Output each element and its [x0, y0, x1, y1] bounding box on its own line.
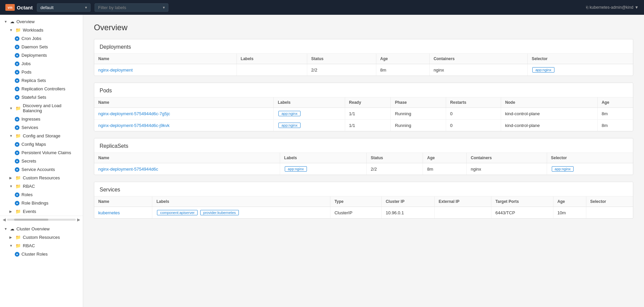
sidebar-item-discovery-label: Discovery and Load Balancing [23, 103, 79, 113]
svc-labels: component:apiserver provider:kubernetes [152, 207, 330, 219]
services-section-title: Services [94, 182, 633, 196]
pods-col-phase: Phase [391, 97, 446, 108]
scroll-right-arrow[interactable]: ▶ [77, 217, 80, 222]
rs-col-containers: Containers [467, 153, 547, 163]
svc-external-ip [434, 207, 491, 219]
filter-labels-wrapper[interactable]: Filter by labels ▼ [95, 3, 168, 12]
sidebar-item-persistent-volume-claims[interactable]: ● Persistent Volume Claims [0, 148, 83, 157]
namespace-selector-wrapper[interactable]: default kube-system kube-public ▼ [37, 3, 91, 12]
sidebar-item-workloads[interactable]: ▼ 📁 Workloads [0, 26, 83, 34]
deployments-col-status: Status [307, 54, 376, 64]
cluster-rbac-folder-icon: 📁 [15, 243, 21, 248]
jobs-icon: ● [15, 61, 19, 66]
sidebar-item-jobs-label: Jobs [21, 61, 31, 66]
sidebar-item-stateful-sets[interactable]: ● Stateful Sets [0, 93, 83, 101]
deployments-section-title: Deployments [94, 39, 633, 54]
sidebar-horizontal-scroll: ◀ ▶ [0, 216, 83, 223]
deployment-name-link[interactable]: nginx-deployment [98, 68, 133, 73]
pods-col-name: Name [94, 97, 274, 108]
svc-col-target-ports: Target Ports [491, 196, 553, 207]
sidebar-item-jobs[interactable]: ● Jobs [0, 59, 83, 68]
sidebar-item-deployments-label: Deployments [21, 53, 47, 58]
sidebar-item-daemon-sets-label: Daemon Sets [21, 44, 48, 49]
pods-col-labels: Labels [274, 97, 345, 108]
user-chevron-icon: ▼ [635, 5, 639, 10]
workloads-arrow: ▼ [9, 28, 13, 32]
pod-ready-2: 1/1 [345, 120, 391, 131]
services-table: Name Labels Type Cluster IP External IP … [94, 196, 633, 218]
sidebar-item-custom-resources[interactable]: ▶ 📁 Custom Resources [0, 174, 83, 182]
sidebar-item-cluster-custom-resources[interactable]: ▶ 📁 Custom Resources [0, 233, 83, 242]
sidebar-item-config-maps-label: Config Maps [21, 142, 46, 147]
app-brand: vm Octant [5, 4, 33, 11]
pod-node-2: kind-control-plane [501, 120, 597, 131]
scroll-left-arrow[interactable]: ◀ [3, 217, 6, 222]
sidebar-item-replication-controllers[interactable]: ● Replication Controllers [0, 85, 83, 93]
sidebar-item-rbac[interactable]: ▼ 📁 RBAC [0, 182, 83, 190]
cluster-rbac-arrow: ▼ [9, 244, 13, 248]
cron-jobs-icon: ● [15, 36, 19, 41]
namespace-select[interactable]: default kube-system kube-public [37, 3, 91, 12]
sidebar-item-roles[interactable]: ● Roles [0, 190, 83, 199]
services-section: Services Name Labels Type Cluster IP Ext… [94, 182, 633, 219]
pods-table: Name Labels Ready Phase Restarts Node Ag… [94, 97, 633, 131]
sidebar-item-cron-jobs[interactable]: ● Cron Jobs [0, 34, 83, 43]
svc-col-name: Name [94, 196, 152, 207]
sidebar-item-pods[interactable]: ● Pods [0, 68, 83, 76]
svc-name-link[interactable]: kubernetes [98, 210, 120, 215]
user-info: ⎗ kubernetes-admin@kind ▼ [586, 5, 639, 10]
rs-name-link[interactable]: nginx-deployment-5754944d6c [98, 167, 158, 172]
sidebar-item-cluster-custom-resources-label: Custom Resources [23, 235, 60, 240]
sidebar-item-config-storage[interactable]: ▼ 📁 Config and Storage [0, 132, 83, 140]
sidebar-item-cluster-rbac-label: RBAC [23, 243, 35, 248]
pods-section-title: Pods [94, 83, 633, 97]
pods-section: Pods Name Labels Ready Phase Restarts No… [94, 83, 633, 131]
sidebar-item-cluster-rbac[interactable]: ▼ 📁 RBAC [0, 242, 83, 250]
sidebar-item-config-storage-label: Config and Storage [23, 133, 60, 138]
scroll-track[interactable] [7, 219, 76, 221]
sidebar-item-config-maps[interactable]: ● Config Maps [0, 140, 83, 148]
main-content: Overview Deployments Name Labels Status … [83, 15, 644, 307]
sidebar-item-ingresses[interactable]: ● Ingresses [0, 115, 83, 123]
svc-col-age: Age [553, 196, 586, 207]
custom-resources-folder-icon: 📁 [15, 175, 21, 180]
sidebar-item-cluster-overview[interactable]: ▼ ☁ Cluster Overview [0, 225, 83, 233]
sidebar-item-discovery[interactable]: ▼ 📁 Discovery and Load Balancing [0, 101, 83, 115]
deployment-age: 8m [376, 64, 429, 76]
page-title: Overview [94, 23, 633, 32]
top-navigation: vm Octant default kube-system kube-publi… [0, 0, 644, 15]
overview-icon: ☁ [10, 19, 14, 24]
pods-icon: ● [15, 70, 19, 75]
sidebar-item-daemon-sets[interactable]: ● Daemon Sets [0, 43, 83, 51]
replica-sets-table: Name Labels Status Age Containers Select… [94, 153, 633, 175]
sidebar-item-events[interactable]: ▶ 📁 Events [0, 207, 83, 216]
sidebar-item-deployments[interactable]: ● Deployments [0, 51, 83, 59]
rs-col-name: Name [94, 153, 280, 163]
filter-labels-select[interactable]: Filter by labels [95, 3, 168, 12]
rs-containers: nginx [467, 163, 547, 175]
sidebar-item-service-accounts[interactable]: ● Service Accounts [0, 165, 83, 174]
sidebar-item-replica-sets[interactable]: ● Replica Sets [0, 76, 83, 85]
rbac-folder-icon: 📁 [15, 184, 21, 189]
svc-cluster-ip: 10.96.0.1 [381, 207, 434, 219]
events-folder-icon: 📁 [15, 209, 21, 214]
svc-col-selector: Selector [586, 196, 633, 207]
pod-name-link-2[interactable]: nginx-deployment-5754944d6c-j9kvk [98, 123, 169, 128]
sidebar-item-cluster-roles[interactable]: ● Cluster Roles [0, 250, 83, 258]
sidebar-item-role-bindings[interactable]: ● Role Bindings [0, 199, 83, 207]
sidebar-item-secrets[interactable]: ● Secrets [0, 157, 83, 165]
sidebar-item-overview[interactable]: ▼ ☁ Overview [0, 17, 83, 26]
deployment-containers: nginx [429, 64, 528, 76]
pod-name-link-1[interactable]: nginx-deployment-5754944d6c-7g5jc [98, 111, 170, 116]
sidebar-item-workloads-label: Workloads [23, 28, 43, 33]
cluster-roles-icon: ● [15, 252, 19, 257]
custom-resources-arrow: ▶ [9, 176, 13, 180]
rs-col-labels: Labels [280, 153, 367, 163]
deployment-selector: app:nginx [528, 64, 633, 76]
sidebar-item-replication-controllers-label: Replication Controllers [21, 86, 65, 91]
sidebar-item-services[interactable]: ● Services [0, 123, 83, 132]
replica-sets-icon: ● [15, 78, 19, 83]
table-row: nginx-deployment-5754944d6c app:nginx 2/… [94, 163, 633, 175]
pod-node-1: kind-control-plane [501, 108, 597, 120]
replica-sets-section: ReplicaSets Name Labels Status Age Conta… [94, 138, 633, 175]
